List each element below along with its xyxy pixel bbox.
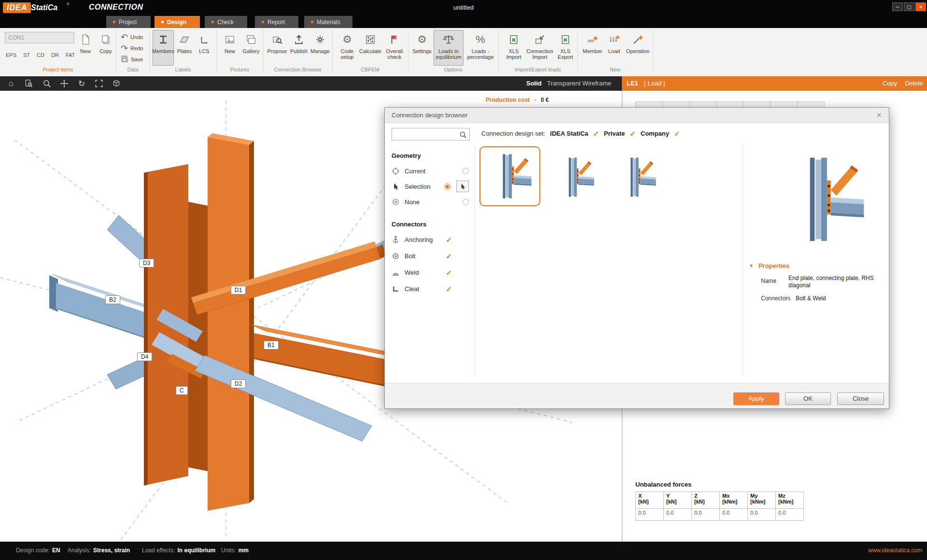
new-member-button[interactable]: Member [581,30,604,66]
isometric-view-button[interactable] [110,78,123,89]
labels-members-toggle[interactable]: Members [153,30,174,66]
dialog-close-icon[interactable]: ✕ [874,111,884,120]
member-label-d4[interactable]: D4 [137,352,152,361]
labels-lcs-toggle[interactable]: LCS [195,30,213,66]
item-eps[interactable]: EPS [6,52,16,58]
connector-weld[interactable]: Weld ✓ [392,267,452,278]
code-setup-button[interactable]: ⚙ Code setup [336,30,358,66]
member-label-d2[interactable]: D2 [231,379,246,388]
design-set-private-checkbox[interactable]: ✓ [630,130,636,137]
zoom-to-fit-button[interactable] [93,78,105,89]
zoom-button[interactable] [41,78,53,89]
button-label: New [225,48,235,54]
propose-button[interactable]: Propose [267,30,288,66]
design-thumbnail-2[interactable] [551,152,599,202]
item-dr[interactable]: DR [51,52,59,58]
design-set-private[interactable]: Private [604,130,625,137]
none-radio[interactable] [463,199,469,205]
bolt-checkbox[interactable]: ✓ [446,252,452,260]
button-label: Plates [177,48,192,54]
design-set-row: Connection design set: IDEA StatiCa ✓ Pr… [481,130,680,137]
connection-import-button[interactable]: Connection Import [526,30,553,66]
home-view-button[interactable]: ⌂ [5,78,17,89]
rotate-view-button[interactable]: ↻ [75,78,88,89]
geometry-option-none[interactable]: None [392,196,469,207]
xls-import-button[interactable]: XLS Import [502,30,525,66]
redo-button[interactable]: ↷ Redo [121,44,143,53]
website-link[interactable]: www.ideastatica.com [868,547,922,554]
member-label-c[interactable]: C [176,386,188,395]
ok-button[interactable]: OK [785,392,831,405]
cleat-checkbox[interactable]: ✓ [446,285,452,293]
connector-anchoring[interactable]: Anchoring ✓ [392,234,452,245]
weld-checkbox[interactable]: ✓ [446,269,452,276]
current-radio[interactable] [463,168,469,174]
undo-button[interactable]: ↶ Undo [121,33,143,42]
labels-plates-toggle[interactable]: Plates [175,30,194,66]
pan-button[interactable] [58,78,70,89]
overall-check-button[interactable]: Overall check [382,30,407,66]
connector-cleat[interactable]: Cleat ✓ [392,283,452,294]
status-label: Load effects: [142,547,175,554]
tab-check[interactable]: Check [205,16,247,28]
load-delete-button[interactable]: Delete [905,80,923,87]
loads-percentage-toggle[interactable]: % Loads - percentage [465,30,495,66]
connector-bolt[interactable]: Bolt ✓ [392,251,452,261]
tab-materials[interactable]: Materials [304,16,352,28]
maximize-button[interactable]: ▢ [904,2,914,11]
group-label-labels: Labels [150,67,216,74]
view-mode-wireframe[interactable]: Wireframe [582,80,611,87]
view-mode-solid[interactable]: Solid [526,80,542,87]
member-label-d3[interactable]: D3 [139,259,154,267]
xls-export-button[interactable]: XLS Export [554,30,576,66]
member-label-d1[interactable]: D1 [231,286,246,294]
button-label: Member [583,48,602,54]
search-icon [459,131,467,139]
picture-gallery-button[interactable]: Gallery [240,30,262,66]
save-button[interactable]: Save [121,55,143,64]
item-cd[interactable]: CD [37,52,44,58]
design-set-company[interactable]: Company [641,130,669,137]
manage-button[interactable]: Manage [310,30,330,66]
tab-design[interactable]: Design [154,16,200,28]
new-project-item-button[interactable]: New [76,30,95,66]
member-label-b2[interactable]: B2 [105,295,120,304]
minimize-button[interactable]: ─ [892,2,903,11]
load-copy-button[interactable]: Copy [883,80,897,87]
pick-selection-button[interactable] [456,181,469,192]
design-thumbnail-3[interactable] [613,152,661,202]
property-connectors-label: Connectors [761,295,790,302]
selection-radio[interactable] [444,183,450,190]
view-mode-transparent[interactable]: Transparent [547,80,581,87]
design-thumbnail-selected[interactable] [479,146,540,206]
dialog-title-bar[interactable]: Connection design browser ✕ [385,108,889,123]
tab-project[interactable]: Project [106,16,151,28]
picture-new-button[interactable]: New [220,30,239,66]
geometry-option-selection[interactable]: Selection [392,181,469,192]
design-set-idea[interactable]: IDEA StatiCa [550,130,588,137]
calculate-button[interactable]: Calculate [359,30,381,66]
item-fat[interactable]: FAT [66,52,75,58]
design-set-idea-checkbox[interactable]: ✓ [593,130,599,137]
item-st[interactable]: ST [23,52,30,58]
design-set-company-checkbox[interactable]: ✓ [674,130,680,137]
new-operation-button[interactable]: Operation [625,30,651,66]
new-load-button[interactable]: Load [604,30,624,66]
connection-name-field[interactable]: CON1 [5,32,74,43]
apply-button[interactable]: Apply [733,392,779,405]
member-label-b1[interactable]: B1 [264,341,279,350]
close-button[interactable]: ✕ [915,2,926,11]
close-dialog-button[interactable]: Close [837,392,884,405]
gallery-icon [246,32,256,47]
load-case-name[interactable]: LE1 [627,80,638,87]
settings-button[interactable]: ⚙ Settings [411,30,433,66]
properties-header-row[interactable]: ▼ Properties [749,262,789,269]
loads-in-equilibrium-toggle[interactable]: Loads in equilibrium [434,30,464,66]
anchoring-checkbox[interactable]: ✓ [446,236,452,243]
search-input[interactable] [392,128,470,140]
tab-report[interactable]: Report [255,16,298,28]
geometry-option-current[interactable]: Current [392,166,469,176]
zoom-window-button[interactable] [22,78,35,89]
copy-project-item-button[interactable]: Copy [97,30,115,66]
publish-button[interactable]: Publish [289,30,309,66]
